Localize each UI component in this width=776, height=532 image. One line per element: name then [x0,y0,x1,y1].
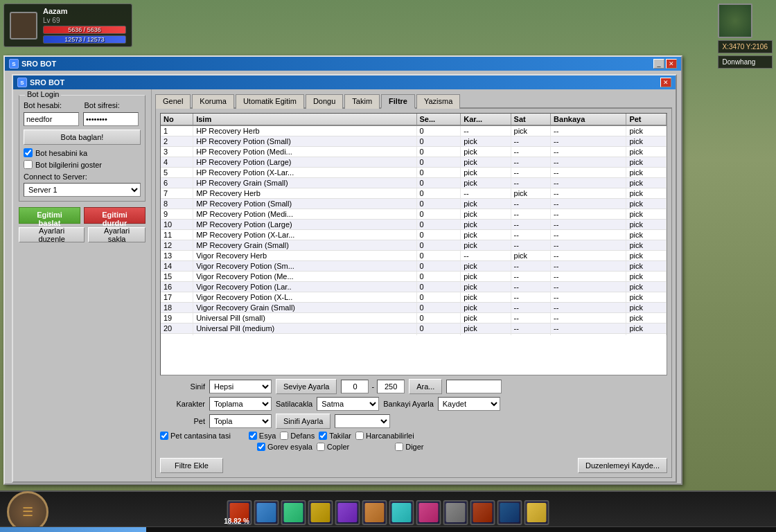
bankayi-select[interactable]: Kaydet [438,397,500,411]
cb-harcanabilirler[interactable]: Harcanabilirlei [355,432,414,440]
checkbox-info[interactable]: Bot bilgilerini goster [24,160,141,169]
table-row[interactable]: 16 Vigor Recovery Potion (Lar.. 0 pick -… [161,282,667,292]
table-row[interactable]: 8 MP Recovery Potion (Small) 0 pick -- -… [161,199,667,209]
filter-controls: Sinif Hepsi Seviye Ayarla - Ara... [160,379,667,473]
tab-koruma[interactable]: Koruma [192,94,234,109]
close-button[interactable]: ✕ [666,59,677,69]
cb-copler-input[interactable] [317,443,325,451]
tab-dongu[interactable]: Dongu [306,94,343,109]
table-row[interactable]: 11 MP Recovery Potion (X-Lar... 0 pick -… [161,230,667,240]
cb-defans[interactable]: Defans [280,432,315,440]
table-row[interactable]: 6 HP Recovery Grain (Small) 0 pick -- --… [161,178,667,188]
minimap [718,3,752,38]
cell-isim: MP Recovery Herb [193,188,416,199]
cell-kar: -- [461,188,511,199]
satilacakla-select[interactable]: Satma [317,397,379,411]
skill-slot-2[interactable] [254,500,279,525]
cb-diger[interactable]: Diger [395,443,423,451]
search-input[interactable] [446,380,502,393]
cell-kar: pick [461,230,511,240]
password-input[interactable] [83,112,139,126]
pet-select[interactable]: Topla [209,414,272,428]
cb-gorev-esyala[interactable]: Gorev esyala [257,443,312,451]
skill-slot-6[interactable] [362,500,387,525]
skill-icon-7 [392,503,412,522]
table-row[interactable]: 2 HP Recovery Potion (Small) 0 pick -- -… [161,136,667,147]
table-row[interactable]: 17 Vigor Recovery Potion (X-L.. 0 pick -… [161,292,667,303]
cell-isim: Vigor Recovery Potion (Sm... [193,261,416,272]
checkbox-account[interactable]: Bot hesabini ka [24,148,141,157]
karakter-select[interactable]: Toplama [209,397,272,411]
cell-isim: Universal Pill (large) [193,334,416,336]
checkbox-row-2: Gorev esyala Copler Diger [257,443,667,451]
filtre-ekle-button[interactable]: Filtre Ekle [160,458,223,473]
tab-yazisma[interactable]: Yazisma [416,94,460,109]
table-row[interactable]: 5 HP Recovery Potion (X-Lar... 0 pick --… [161,168,667,178]
account-input[interactable] [24,112,79,126]
cb-pet-cantasina-input[interactable] [160,432,168,440]
minimize-button[interactable]: _ [653,59,664,69]
table-row[interactable]: 12 MP Recovery Grain (Small) 0 pick -- -… [161,240,667,251]
table-scroll[interactable]: No Isim Se... Kar... Sat Bankaya Pet [161,114,667,335]
tab-filtre[interactable]: Filtre [381,94,415,109]
table-row[interactable]: 20 Universal Pill (medium) 0 pick -- -- … [161,323,667,334]
cb-diger-input[interactable] [395,443,403,451]
cb-esya[interactable]: Esya [249,432,276,440]
cell-isim: MP Recovery Potion (Medi... [193,209,416,220]
cb-gorev-esyala-input[interactable] [257,443,265,451]
duzenlemeyi-kaydet-button[interactable]: Duzenlemeyi Kayde... [578,458,667,473]
skill-slot-12[interactable] [524,500,549,525]
cb-takilar[interactable]: Takilar [319,432,351,440]
tab-otomatik-egitim[interactable]: Utomatik Egitim [236,94,304,109]
level-min-input[interactable] [341,380,369,393]
tab-genel[interactable]: Genel [155,94,191,109]
table-row[interactable]: 4 HP Recovery Potion (Large) 0 pick -- -… [161,157,667,168]
seviye-ayarla-btn[interactable]: Seviye Ayarla [276,379,337,394]
settings-button[interactable]: Ayarlari duzenle [19,227,85,242]
cell-sat: -- [511,313,551,323]
skill-slot-5[interactable] [335,500,360,525]
tab-takim[interactable]: Takim [344,94,380,109]
table-row[interactable]: 3 HP Recovery Potion (Medi... 0 pick -- … [161,147,667,157]
save-settings-button[interactable]: Ayarlari sakla [88,227,146,242]
sinif-select[interactable]: Hepsi [209,380,272,393]
skill-slot-11[interactable] [497,500,522,525]
cb-defans-input[interactable] [280,432,288,440]
table-row[interactable]: 18 Vigor Recovery Grain (Small) 0 pick -… [161,303,667,313]
cb-harcanabilirler-input[interactable] [355,432,364,440]
skill-slot-3[interactable] [281,500,306,525]
cell-se: 0 [416,199,461,209]
skill-slot-4[interactable] [308,500,333,525]
stop-training-button[interactable]: Egitimi durdur [84,207,146,224]
sinifi-value-select[interactable] [335,414,390,428]
table-row[interactable]: 19 Universal Pill (small) 0 pick -- -- p… [161,313,667,323]
table-row[interactable]: 15 Vigor Recovery Potion (Me... 0 pick -… [161,272,667,282]
cb-defans-label: Defans [290,432,315,440]
table-row[interactable]: 7 MP Recovery Herb 0 -- pick -- pick [161,188,667,199]
table-row[interactable]: 9 MP Recovery Potion (Medi... 0 pick -- … [161,209,667,220]
server-select[interactable]: Server 1 [24,183,141,197]
connect-button[interactable]: Bota baglan! [24,130,141,145]
ara-btn[interactable]: Ara... [409,379,442,394]
cb-takilar-input[interactable] [319,432,327,440]
skill-slot-9[interactable] [443,500,468,525]
table-row[interactable]: 21 Universal Pill (large) 0 -- -- -- pic… [161,334,667,336]
cb-copler[interactable]: Copler [317,443,349,451]
skill-slot-10[interactable] [470,500,495,525]
level-max-input[interactable] [377,380,405,393]
cb-pet-cantasina[interactable]: Pet cantasina tasi [160,432,231,440]
table-row[interactable]: 1 HP Recovery Herb 0 -- pick -- pick [161,125,667,136]
table-row[interactable]: 13 Vigor Recovery Herb 0 -- pick -- pick [161,251,667,261]
checkbox-info-input[interactable] [24,160,33,169]
cb-esya-input[interactable] [249,432,257,440]
skill-slot-8[interactable] [416,500,441,525]
table-row[interactable]: 10 MP Recovery Potion (Large) 0 pick -- … [161,220,667,230]
skill-slot-7[interactable] [389,500,414,525]
sinifi-ayarla-btn[interactable]: Sinifi Ayarla [276,414,330,429]
checkbox-account-input[interactable] [24,148,33,157]
inner-close-button[interactable]: ✕ [660,78,671,87]
cell-bankaya: -- [551,230,626,240]
cell-no: 8 [161,199,193,209]
table-row[interactable]: 14 Vigor Recovery Potion (Sm... 0 pick -… [161,261,667,272]
start-training-button[interactable]: Egitimi baslat [19,207,80,224]
